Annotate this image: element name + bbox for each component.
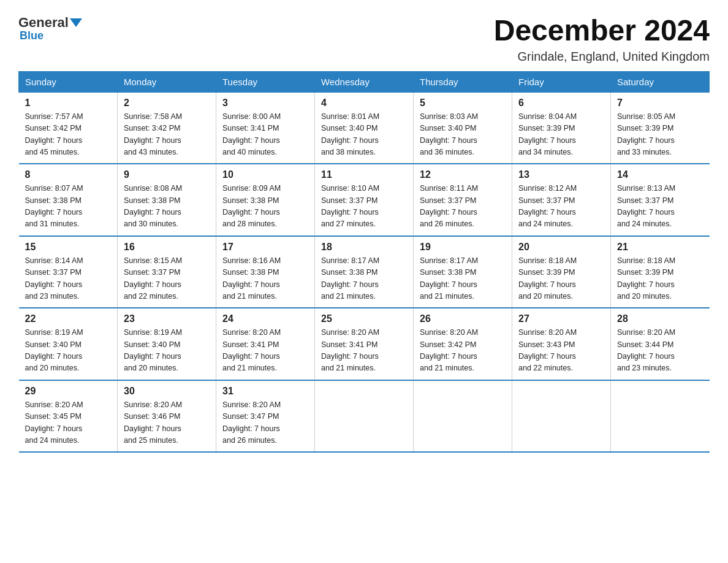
day-info: Sunrise: 8:16 AMSunset: 3:38 PMDaylight:…	[222, 256, 281, 301]
day-info: Sunrise: 8:20 AMSunset: 3:41 PMDaylight:…	[321, 328, 379, 372]
day-info: Sunrise: 8:20 AMSunset: 3:43 PMDaylight:…	[518, 328, 577, 372]
day-info: Sunrise: 8:15 AMSunset: 3:37 PMDaylight:…	[124, 256, 182, 301]
day-info: Sunrise: 8:01 AMSunset: 3:40 PMDaylight:…	[321, 112, 379, 156]
day-info: Sunrise: 8:20 AMSunset: 3:45 PMDaylight:…	[25, 400, 83, 445]
calendar-header-row: SundayMondayTuesdayWednesdayThursdayFrid…	[19, 71, 710, 92]
day-info: Sunrise: 8:07 AMSunset: 3:38 PMDaylight:…	[25, 184, 83, 228]
day-number: 8	[25, 169, 112, 180]
day-number: 18	[321, 242, 407, 253]
day-number: 20	[518, 242, 604, 253]
calendar-cell: 19 Sunrise: 8:17 AMSunset: 3:38 PMDaylig…	[414, 236, 512, 308]
day-info: Sunrise: 8:00 AMSunset: 3:41 PMDaylight:…	[222, 112, 281, 156]
day-number: 31	[222, 386, 308, 397]
day-number: 21	[617, 242, 703, 253]
logo-blue: Blue	[20, 29, 44, 42]
location: Grindale, England, United Kingdom	[494, 50, 710, 64]
day-info: Sunrise: 8:20 AMSunset: 3:41 PMDaylight:…	[222, 328, 281, 372]
header-sunday: Sunday	[19, 71, 118, 92]
header-thursday: Thursday	[414, 71, 512, 92]
calendar-week-3: 15 Sunrise: 8:14 AMSunset: 3:37 PMDaylig…	[19, 236, 710, 308]
calendar-cell	[414, 380, 512, 453]
calendar-cell: 13 Sunrise: 8:12 AMSunset: 3:37 PMDaylig…	[512, 164, 611, 236]
calendar-week-4: 22 Sunrise: 8:19 AMSunset: 3:40 PMDaylig…	[19, 308, 710, 380]
day-info: Sunrise: 8:19 AMSunset: 3:40 PMDaylight:…	[25, 328, 83, 372]
day-info: Sunrise: 8:10 AMSunset: 3:37 PMDaylight:…	[321, 184, 379, 228]
calendar-cell: 29 Sunrise: 8:20 AMSunset: 3:45 PMDaylig…	[19, 380, 118, 453]
day-info: Sunrise: 8:17 AMSunset: 3:38 PMDaylight:…	[321, 256, 379, 301]
calendar-cell: 15 Sunrise: 8:14 AMSunset: 3:37 PMDaylig…	[19, 236, 118, 308]
day-info: Sunrise: 8:04 AMSunset: 3:39 PMDaylight:…	[518, 112, 577, 156]
day-info: Sunrise: 8:20 AMSunset: 3:42 PMDaylight:…	[420, 328, 478, 372]
day-info: Sunrise: 8:05 AMSunset: 3:39 PMDaylight:…	[617, 112, 675, 156]
day-number: 7	[617, 98, 703, 109]
day-number: 10	[222, 169, 308, 180]
day-info: Sunrise: 8:18 AMSunset: 3:39 PMDaylight:…	[518, 256, 577, 301]
header-friday: Friday	[512, 71, 611, 92]
calendar-cell: 20 Sunrise: 8:18 AMSunset: 3:39 PMDaylig…	[512, 236, 611, 308]
calendar-cell: 5 Sunrise: 8:03 AMSunset: 3:40 PMDayligh…	[414, 92, 512, 164]
day-info: Sunrise: 8:12 AMSunset: 3:37 PMDaylight:…	[518, 184, 577, 228]
day-number: 26	[420, 313, 506, 324]
day-number: 19	[420, 242, 506, 253]
day-number: 1	[25, 98, 112, 109]
day-number: 2	[124, 98, 210, 109]
day-info: Sunrise: 8:08 AMSunset: 3:38 PMDaylight:…	[124, 184, 182, 228]
calendar-cell: 12 Sunrise: 8:11 AMSunset: 3:37 PMDaylig…	[414, 164, 512, 236]
month-title: December 2024	[494, 15, 710, 47]
calendar-cell: 10 Sunrise: 8:09 AMSunset: 3:38 PMDaylig…	[216, 164, 315, 236]
day-number: 24	[222, 313, 308, 324]
day-number: 17	[222, 242, 308, 253]
day-info: Sunrise: 8:20 AMSunset: 3:46 PMDaylight:…	[124, 400, 182, 445]
header-saturday: Saturday	[611, 71, 710, 92]
calendar-table: SundayMondayTuesdayWednesdayThursdayFrid…	[18, 71, 710, 453]
header-monday: Monday	[118, 71, 216, 92]
header-wednesday: Wednesday	[315, 71, 414, 92]
calendar-cell: 4 Sunrise: 8:01 AMSunset: 3:40 PMDayligh…	[315, 92, 414, 164]
calendar-cell: 16 Sunrise: 8:15 AMSunset: 3:37 PMDaylig…	[118, 236, 216, 308]
calendar-cell: 3 Sunrise: 8:00 AMSunset: 3:41 PMDayligh…	[216, 92, 315, 164]
calendar-cell: 21 Sunrise: 8:18 AMSunset: 3:39 PMDaylig…	[611, 236, 710, 308]
day-number: 25	[321, 313, 407, 324]
day-info: Sunrise: 7:57 AMSunset: 3:42 PMDaylight:…	[25, 112, 83, 156]
day-info: Sunrise: 8:20 AMSunset: 3:44 PMDaylight:…	[617, 328, 675, 372]
day-info: Sunrise: 8:14 AMSunset: 3:37 PMDaylight:…	[25, 256, 83, 301]
day-info: Sunrise: 8:17 AMSunset: 3:38 PMDaylight:…	[420, 256, 478, 301]
calendar-cell: 27 Sunrise: 8:20 AMSunset: 3:43 PMDaylig…	[512, 308, 611, 380]
day-number: 22	[25, 313, 112, 324]
logo-general: General	[18, 15, 69, 31]
calendar-cell	[315, 380, 414, 453]
calendar-cell: 30 Sunrise: 8:20 AMSunset: 3:46 PMDaylig…	[118, 380, 216, 453]
calendar-week-5: 29 Sunrise: 8:20 AMSunset: 3:45 PMDaylig…	[19, 380, 710, 453]
day-info: Sunrise: 8:18 AMSunset: 3:39 PMDaylight:…	[617, 256, 675, 301]
day-number: 5	[420, 98, 506, 109]
day-number: 4	[321, 98, 407, 109]
day-info: Sunrise: 8:19 AMSunset: 3:40 PMDaylight:…	[124, 328, 182, 372]
day-info: Sunrise: 8:20 AMSunset: 3:47 PMDaylight:…	[222, 400, 281, 445]
calendar-cell	[512, 380, 611, 453]
calendar-cell: 7 Sunrise: 8:05 AMSunset: 3:39 PMDayligh…	[611, 92, 710, 164]
calendar-cell: 9 Sunrise: 8:08 AMSunset: 3:38 PMDayligh…	[118, 164, 216, 236]
logo-triangle-icon	[70, 18, 82, 27]
day-info: Sunrise: 7:58 AMSunset: 3:42 PMDaylight:…	[124, 112, 182, 156]
calendar-cell: 1 Sunrise: 7:57 AMSunset: 3:42 PMDayligh…	[19, 92, 118, 164]
day-number: 29	[25, 386, 112, 397]
day-info: Sunrise: 8:11 AMSunset: 3:37 PMDaylight:…	[420, 184, 478, 228]
calendar-week-2: 8 Sunrise: 8:07 AMSunset: 3:38 PMDayligh…	[19, 164, 710, 236]
calendar-cell: 26 Sunrise: 8:20 AMSunset: 3:42 PMDaylig…	[414, 308, 512, 380]
day-info: Sunrise: 8:03 AMSunset: 3:40 PMDaylight:…	[420, 112, 478, 156]
calendar-cell: 11 Sunrise: 8:10 AMSunset: 3:37 PMDaylig…	[315, 164, 414, 236]
day-number: 23	[124, 313, 210, 324]
calendar-cell: 14 Sunrise: 8:13 AMSunset: 3:37 PMDaylig…	[611, 164, 710, 236]
logo: General Blue	[18, 15, 83, 42]
calendar-cell: 31 Sunrise: 8:20 AMSunset: 3:47 PMDaylig…	[216, 380, 315, 453]
calendar-cell	[611, 380, 710, 453]
calendar-cell: 6 Sunrise: 8:04 AMSunset: 3:39 PMDayligh…	[512, 92, 611, 164]
calendar-cell: 23 Sunrise: 8:19 AMSunset: 3:40 PMDaylig…	[118, 308, 216, 380]
calendar-cell: 2 Sunrise: 7:58 AMSunset: 3:42 PMDayligh…	[118, 92, 216, 164]
calendar-week-1: 1 Sunrise: 7:57 AMSunset: 3:42 PMDayligh…	[19, 92, 710, 164]
day-info: Sunrise: 8:09 AMSunset: 3:38 PMDaylight:…	[222, 184, 281, 228]
day-number: 30	[124, 386, 210, 397]
calendar-cell: 22 Sunrise: 8:19 AMSunset: 3:40 PMDaylig…	[19, 308, 118, 380]
calendar-cell: 18 Sunrise: 8:17 AMSunset: 3:38 PMDaylig…	[315, 236, 414, 308]
day-info: Sunrise: 8:13 AMSunset: 3:37 PMDaylight:…	[617, 184, 675, 228]
